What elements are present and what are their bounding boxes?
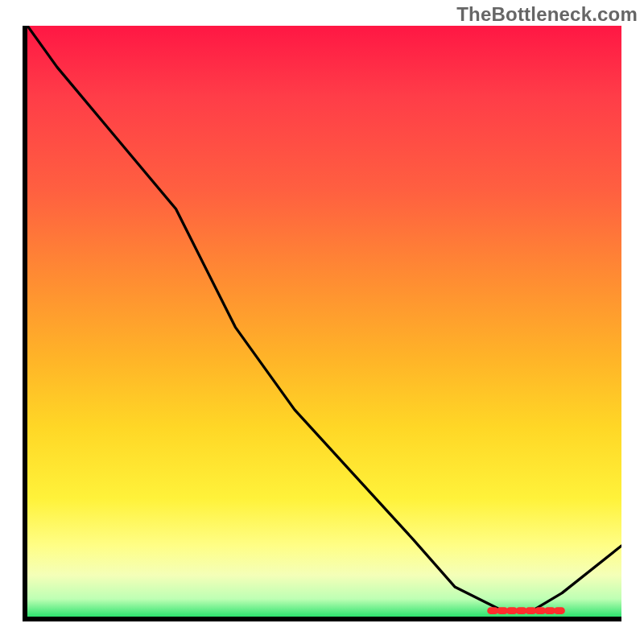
chart-container: TheBottleneck.com	[0, 0, 644, 644]
curve-path	[27, 26, 621, 611]
line-plot-svg	[27, 26, 621, 617]
plot-area	[23, 26, 621, 621]
watermark-text: TheBottleneck.com	[456, 3, 638, 26]
